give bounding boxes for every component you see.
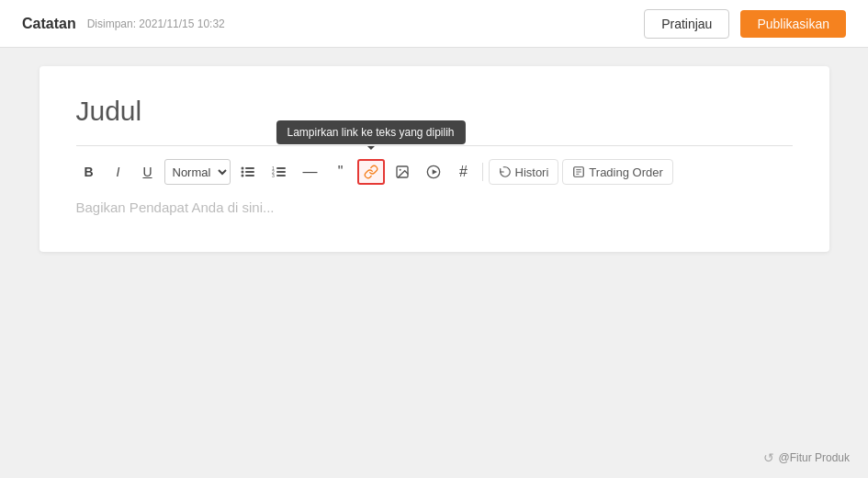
bold-button[interactable]: B	[76, 159, 102, 185]
editor-placeholder[interactable]: Bagikan Pendapat Anda di sini...	[76, 199, 793, 215]
brand-label: @Fitur Produk	[778, 451, 850, 464]
ul-button[interactable]	[234, 159, 262, 185]
editor-card: Judul B I U Normal	[39, 66, 829, 252]
link-tooltip-wrapper: Lampirkan link ke teks yang dipilih	[357, 159, 385, 185]
format-select[interactable]: Normal	[164, 159, 231, 185]
footer-brand: ↺ @Fitur Produk	[763, 450, 850, 465]
underline-button[interactable]: U	[135, 159, 161, 185]
trading-order-label: Trading Order	[589, 165, 662, 179]
editor-title[interactable]: Judul	[76, 96, 793, 127]
hashtag-button[interactable]: #	[451, 159, 477, 185]
histori-button[interactable]: Histori	[489, 159, 559, 185]
svg-rect-3	[245, 171, 254, 173]
editor-divider	[76, 145, 793, 146]
svg-point-13	[399, 169, 400, 171]
topbar-right: Pratinjau Publikasikan	[644, 9, 846, 39]
svg-rect-1	[245, 167, 254, 169]
app-title: Catatan	[22, 16, 76, 32]
ol-button[interactable]: 1 2 3	[265, 159, 293, 185]
saved-timestamp: Disimpan: 2021/11/15 10:32	[87, 17, 225, 30]
editor-toolbar: B I U Normal 1	[76, 159, 793, 185]
main-content: Judul B I U Normal	[0, 48, 868, 270]
trading-order-button[interactable]: Trading Order	[562, 159, 672, 185]
image-icon	[395, 165, 410, 179]
ol-icon: 1 2 3	[272, 165, 287, 178]
preview-button[interactable]: Pratinjau	[644, 9, 729, 39]
svg-rect-11	[276, 175, 286, 176]
svg-rect-5	[245, 175, 254, 176]
svg-rect-7	[276, 167, 286, 169]
svg-point-0	[241, 167, 243, 170]
ul-icon	[241, 165, 255, 178]
link-button[interactable]	[357, 159, 385, 185]
brand-icon: ↺	[763, 450, 774, 465]
publish-button[interactable]: Publikasikan	[740, 10, 846, 38]
link-icon	[364, 165, 378, 179]
trading-order-icon	[572, 165, 585, 178]
histori-icon	[499, 165, 512, 178]
svg-rect-9	[276, 171, 286, 173]
histori-label: Histori	[515, 165, 549, 179]
svg-point-2	[241, 171, 243, 174]
image-button[interactable]	[389, 159, 416, 185]
svg-text:3: 3	[272, 173, 275, 178]
play-icon	[426, 165, 441, 179]
dash-button[interactable]: —	[297, 159, 324, 185]
topbar: Catatan Disimpan: 2021/11/15 10:32 Prati…	[0, 0, 868, 48]
video-button[interactable]	[420, 159, 447, 185]
svg-point-4	[241, 175, 243, 177]
quote-button[interactable]: "	[328, 159, 354, 185]
italic-button[interactable]: I	[106, 159, 131, 185]
svg-marker-15	[432, 169, 436, 174]
topbar-left: Catatan Disimpan: 2021/11/15 10:32	[22, 16, 225, 32]
toolbar-separator	[482, 163, 483, 181]
